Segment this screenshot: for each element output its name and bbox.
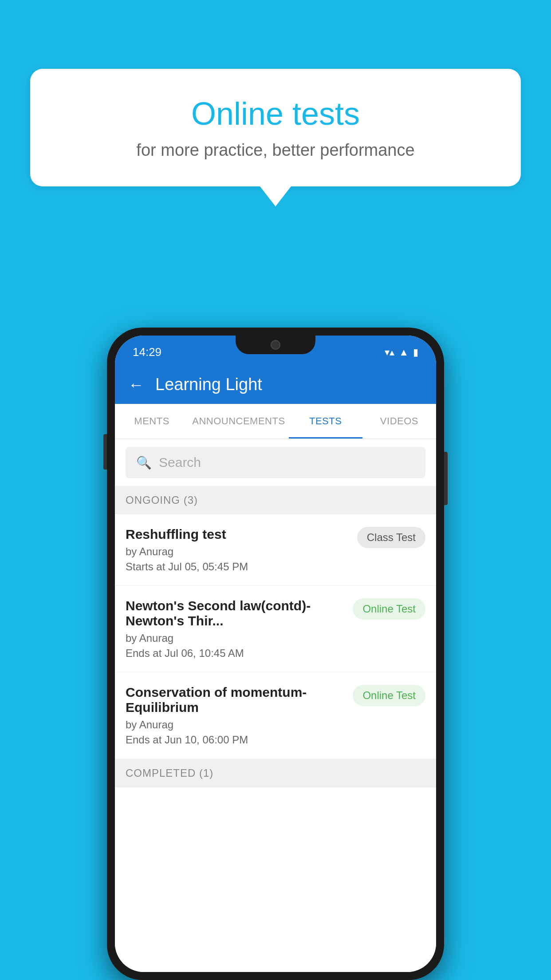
speech-bubble-tail [260, 186, 291, 206]
phone-wrapper: 14:29 ▾▴ ▲ ▮ ← Learning Light MENTS ANNO… [107, 328, 444, 980]
test-item[interactable]: Conservation of momentum-Equilibrium by … [115, 672, 436, 759]
tests-list: Reshuffling test by Anurag Starts at Jul… [115, 514, 436, 972]
test-author: by Anurag [126, 632, 344, 644]
search-box[interactable]: 🔍 Search [126, 447, 425, 478]
test-name: Conservation of momentum-Equilibrium [126, 685, 344, 715]
completed-header-text: COMPLETED (1) [126, 767, 213, 779]
app-bar: ← Learning Light [115, 365, 436, 404]
test-date: Ends at Jun 10, 06:00 PM [126, 734, 344, 746]
signal-icon: ▲ [399, 347, 409, 358]
status-time: 14:29 [133, 345, 161, 359]
search-placeholder: Search [159, 455, 201, 470]
test-badge-class: Class Test [357, 527, 425, 548]
test-name: Reshuffling test [126, 527, 348, 542]
search-icon: 🔍 [136, 455, 152, 470]
ongoing-section-header: ONGOING (3) [115, 486, 436, 514]
test-info: Newton's Second law(contd)-Newton's Thir… [126, 598, 353, 660]
test-author: by Anurag [126, 719, 344, 731]
phone-camera [271, 340, 280, 350]
speech-bubble-wrapper: Online tests for more practice, better p… [30, 69, 521, 206]
test-badge-online: Online Test [353, 685, 425, 706]
test-author: by Anurag [126, 545, 348, 558]
phone-notch [236, 336, 315, 354]
search-container: 🔍 Search [115, 439, 436, 486]
tab-tests[interactable]: TESTS [289, 404, 362, 439]
phone-side-button-right [444, 452, 448, 505]
test-item[interactable]: Reshuffling test by Anurag Starts at Jul… [115, 514, 436, 586]
battery-icon: ▮ [413, 347, 418, 358]
phone-frame: 14:29 ▾▴ ▲ ▮ ← Learning Light MENTS ANNO… [107, 328, 444, 980]
test-name: Newton's Second law(contd)-Newton's Thir… [126, 598, 344, 628]
completed-section: COMPLETED (1) [115, 759, 436, 787]
wifi-icon: ▾▴ [385, 347, 394, 358]
speech-bubble: Online tests for more practice, better p… [30, 69, 521, 186]
app-bar-title: Learning Light [155, 375, 262, 394]
phone-screen: 14:29 ▾▴ ▲ ▮ ← Learning Light MENTS ANNO… [115, 336, 436, 972]
tabs-container: MENTS ANNOUNCEMENTS TESTS VIDEOS [115, 404, 436, 439]
test-info: Reshuffling test by Anurag Starts at Jul… [126, 527, 357, 573]
test-badge-online: Online Test [353, 598, 425, 620]
tab-videos[interactable]: VIDEOS [362, 404, 436, 439]
test-date: Ends at Jul 06, 10:45 AM [126, 647, 344, 660]
test-item[interactable]: Newton's Second law(contd)-Newton's Thir… [115, 586, 436, 672]
tab-announcements[interactable]: ANNOUNCEMENTS [189, 404, 288, 439]
phone-side-button-left [103, 434, 107, 470]
bubble-subtitle: for more practice, better performance [52, 141, 499, 160]
back-button[interactable]: ← [128, 375, 144, 394]
tab-ments[interactable]: MENTS [115, 404, 189, 439]
status-icons: ▾▴ ▲ ▮ [385, 347, 418, 358]
test-date: Starts at Jul 05, 05:45 PM [126, 561, 348, 573]
bubble-title: Online tests [52, 95, 499, 132]
ongoing-header-text: ONGOING (3) [126, 494, 198, 506]
test-info: Conservation of momentum-Equilibrium by … [126, 685, 353, 746]
